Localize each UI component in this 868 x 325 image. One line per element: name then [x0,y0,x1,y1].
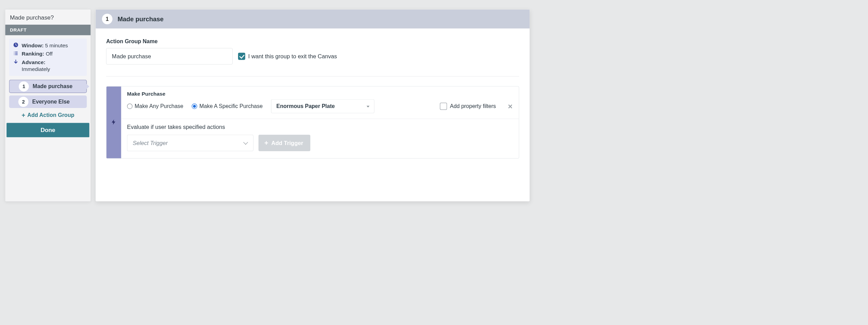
sidebar: Made purchase? DRAFT Window: 5 minutes R… [5,10,90,202]
page-title: Made purchase [117,15,163,23]
close-icon[interactable]: ✕ [504,103,513,110]
main-panel: 1 Made purchase Action Group Name I want… [96,10,530,202]
product-select[interactable]: Enormous Paper Plate [271,99,374,113]
plus-icon: + [22,112,25,118]
group-label: Everyone Else [22,98,70,105]
trigger-select[interactable]: Select Trigger [127,135,253,151]
done-button[interactable]: Done [7,123,89,137]
sidebar-title: Made purchase? [5,10,90,25]
settings-summary: Window: 5 minutes Ranking: Off Advance:I… [9,39,87,76]
ranking-row: Ranking: Off [13,50,83,58]
main-header: 1 Made purchase [96,10,530,28]
plus-icon: + [264,140,268,146]
trigger-instruction: Evaluate if user takes specified actions [127,124,513,131]
advance-row: Advance:Immediately [13,59,83,73]
step-number: 1 [102,14,113,24]
clock-icon [13,42,19,48]
prop-filters-checkbox[interactable] [440,103,447,110]
add-action-group-button[interactable]: + Add Action Group [5,110,90,121]
radio-any-purchase[interactable]: Make Any Purchase [127,103,183,109]
exit-canvas-label: I want this group to exit the Canvas [248,53,337,60]
divider [106,76,519,77]
event-rail [107,86,121,158]
action-group-list: 1 Made purchase 2 Everyone Else [5,78,90,108]
event-title: Make Purchase [127,91,513,97]
group-label: Made purchase [22,83,73,89]
action-group-1[interactable]: 1 Made purchase [9,80,87,93]
group-number: 1 [19,81,29,92]
window-row: Window: 5 minutes [13,42,83,49]
group-name-label: Action Group Name [106,38,519,45]
ranking-icon [13,50,19,56]
radio-specific-purchase[interactable]: Make A Specific Purchase [192,103,263,109]
status-badge: DRAFT [5,25,90,35]
add-trigger-button[interactable]: + Add Trigger [259,135,310,151]
lightning-icon [111,119,117,126]
exit-canvas-checkbox[interactable] [238,53,245,60]
event-card: Make Purchase Make Any Purchase Make A S… [106,86,519,159]
add-property-filters[interactable]: Add property filters [440,103,496,110]
group-name-input[interactable] [106,48,233,64]
arrow-down-icon [13,59,19,64]
action-group-2[interactable]: 2 Everyone Else [9,96,87,108]
group-number: 2 [18,97,29,107]
